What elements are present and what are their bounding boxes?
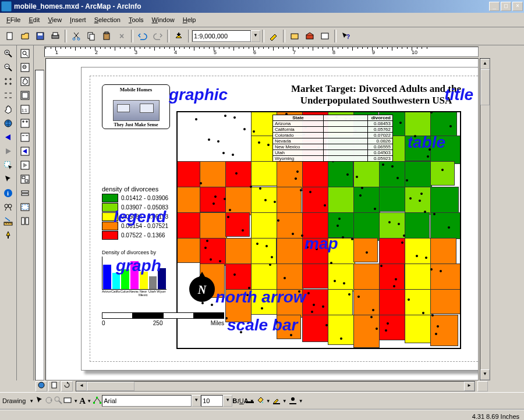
chart[interactable]: Density of divorcees by ArizonaCaliforni… bbox=[102, 250, 172, 297]
paste-icon[interactable] bbox=[100, 29, 114, 43]
change-layout-icon[interactable] bbox=[19, 215, 31, 227]
fixed-zoom-out-icon[interactable] bbox=[2, 89, 15, 102]
zoom-in-icon[interactable] bbox=[2, 47, 15, 60]
menu-insert[interactable]: Insert bbox=[66, 15, 90, 24]
font-name-input[interactable] bbox=[102, 395, 192, 407]
arccatalog-icon[interactable] bbox=[288, 29, 302, 43]
line-color-button[interactable] bbox=[272, 396, 281, 406]
attribute-table[interactable]: StatedivorcedArizona0.08453California0.0… bbox=[272, 115, 393, 162]
command-line-icon[interactable] bbox=[318, 29, 332, 43]
layout-fixed-in-icon[interactable] bbox=[19, 117, 31, 130]
editor-toolbar-icon[interactable] bbox=[267, 29, 281, 43]
refresh-view-icon[interactable] bbox=[61, 381, 73, 391]
layout-view-tab[interactable] bbox=[48, 381, 60, 391]
new-icon[interactable] bbox=[3, 29, 17, 43]
draw-zoom-icon[interactable] bbox=[54, 396, 63, 406]
menu-window[interactable]: Window bbox=[148, 15, 179, 24]
legend-item: 0.01412 - 0.03906 bbox=[102, 194, 168, 202]
whats-this-icon[interactable]: ? bbox=[339, 29, 353, 43]
copy-icon[interactable] bbox=[84, 29, 98, 43]
full-extent-icon[interactable] bbox=[2, 117, 15, 130]
hyperlink-icon[interactable] bbox=[2, 229, 15, 241]
select-features-icon[interactable] bbox=[2, 159, 15, 172]
layout-100-icon[interactable]: 1:1 bbox=[19, 103, 31, 116]
marker-color-dropdown[interactable]: ▼ bbox=[298, 398, 305, 404]
data-view-tab[interactable] bbox=[36, 381, 47, 391]
draw-select-icon[interactable] bbox=[35, 396, 44, 406]
scroll-right-icon[interactable]: ► bbox=[464, 382, 475, 391]
layout-percent-icon[interactable] bbox=[19, 173, 31, 186]
measure-icon[interactable] bbox=[2, 215, 15, 227]
font-name-dropdown[interactable]: ▼ bbox=[192, 395, 201, 407]
hscroll-thumb[interactable] bbox=[87, 382, 134, 391]
back-icon[interactable] bbox=[2, 131, 15, 144]
font-size-input[interactable] bbox=[201, 395, 223, 407]
font-color-button[interactable]: A bbox=[244, 397, 249, 404]
undo-icon[interactable] bbox=[136, 29, 150, 43]
line-color-dropdown[interactable]: ▼ bbox=[281, 398, 288, 404]
menu-selection[interactable]: Selection bbox=[90, 15, 125, 24]
minimize-button[interactable]: _ bbox=[489, 2, 500, 11]
layout-forward-icon[interactable] bbox=[19, 159, 31, 172]
forward-icon[interactable] bbox=[2, 145, 15, 158]
vertical-scrollbar[interactable]: ▲ ▼ bbox=[480, 58, 490, 380]
menu-tools[interactable]: Tools bbox=[125, 15, 148, 24]
vscroll-thumb[interactable] bbox=[480, 69, 490, 105]
layout-pan-icon[interactable] bbox=[19, 75, 31, 88]
layout-zoom-out-icon[interactable] bbox=[19, 61, 31, 74]
fill-color-button[interactable] bbox=[256, 396, 265, 406]
scroll-left-icon[interactable]: ◄ bbox=[76, 382, 87, 391]
layout-whole-page-icon[interactable] bbox=[19, 89, 31, 102]
layout-title[interactable]: Market Target: Divorced Adults and the U… bbox=[280, 83, 472, 106]
scale-bar[interactable]: 0 250 Miles bbox=[102, 312, 224, 326]
draw-text-icon[interactable]: A bbox=[79, 396, 86, 406]
draw-shape-dropdown[interactable]: ▼ bbox=[72, 398, 79, 404]
toggle-draft-icon[interactable] bbox=[19, 187, 31, 200]
scroll-up-icon[interactable]: ▲ bbox=[480, 59, 490, 69]
focus-data-frame-icon[interactable] bbox=[19, 201, 31, 213]
layout-canvas[interactable]: Mobile Homes They Just Make Sense Market… bbox=[45, 58, 479, 380]
drawing-menu-dropdown[interactable]: ▼ bbox=[28, 398, 35, 404]
menu-file[interactable]: FFileFile bbox=[2, 15, 24, 24]
redo-icon[interactable] bbox=[151, 29, 165, 43]
menu-help[interactable]: Help bbox=[179, 15, 200, 24]
identify-icon[interactable]: i bbox=[2, 187, 15, 200]
underline-button[interactable]: U bbox=[239, 397, 244, 404]
pan-icon[interactable] bbox=[2, 103, 15, 116]
layout-zoom-in-icon[interactable] bbox=[19, 47, 31, 60]
font-size-dropdown[interactable]: ▼ bbox=[223, 395, 232, 407]
horizontal-scrollbar[interactable]: ◄ ► bbox=[76, 381, 475, 391]
layout-fixed-out-icon[interactable] bbox=[19, 131, 31, 144]
select-elements-icon[interactable] bbox=[2, 173, 15, 186]
add-data-icon[interactable] bbox=[172, 29, 186, 43]
draw-rectangle-icon[interactable] bbox=[63, 396, 72, 406]
open-icon[interactable] bbox=[18, 29, 32, 43]
layout-back-icon[interactable] bbox=[19, 145, 31, 158]
close-button[interactable]: × bbox=[512, 2, 523, 11]
menu-edit[interactable]: Edit bbox=[24, 15, 44, 24]
scroll-down-icon[interactable]: ▼ bbox=[480, 369, 490, 380]
bold-button[interactable]: B bbox=[232, 397, 237, 404]
arctoolbox-icon[interactable] bbox=[303, 29, 317, 43]
print-icon[interactable] bbox=[48, 29, 62, 43]
delete-icon[interactable]: × bbox=[115, 29, 129, 43]
map-scale-dropdown[interactable]: ▼ bbox=[251, 30, 260, 42]
find-icon[interactable] bbox=[2, 201, 15, 213]
north-arrow[interactable]: N bbox=[189, 276, 215, 302]
save-icon[interactable] bbox=[33, 29, 47, 43]
fixed-zoom-in-icon[interactable] bbox=[2, 75, 15, 88]
menu-view[interactable]: View bbox=[44, 15, 66, 24]
map-scale-input[interactable] bbox=[192, 30, 251, 42]
marker-color-button[interactable] bbox=[288, 396, 298, 406]
mobile-home-image bbox=[113, 100, 160, 121]
edit-vertices-icon[interactable] bbox=[93, 396, 102, 406]
vertical-ruler bbox=[35, 70, 44, 380]
draw-text-dropdown[interactable]: ▼ bbox=[86, 398, 93, 404]
zoom-out-icon[interactable] bbox=[2, 61, 15, 74]
graphic-frame[interactable]: Mobile Homes They Just Make Sense bbox=[102, 84, 170, 129]
fill-color-dropdown[interactable]: ▼ bbox=[265, 398, 272, 404]
draw-rotate-icon[interactable] bbox=[44, 396, 54, 406]
legend[interactable]: density of divorcees 0.01412 - 0.039060.… bbox=[102, 186, 168, 240]
maximize-button[interactable]: □ bbox=[501, 2, 511, 11]
cut-icon[interactable] bbox=[69, 29, 83, 43]
